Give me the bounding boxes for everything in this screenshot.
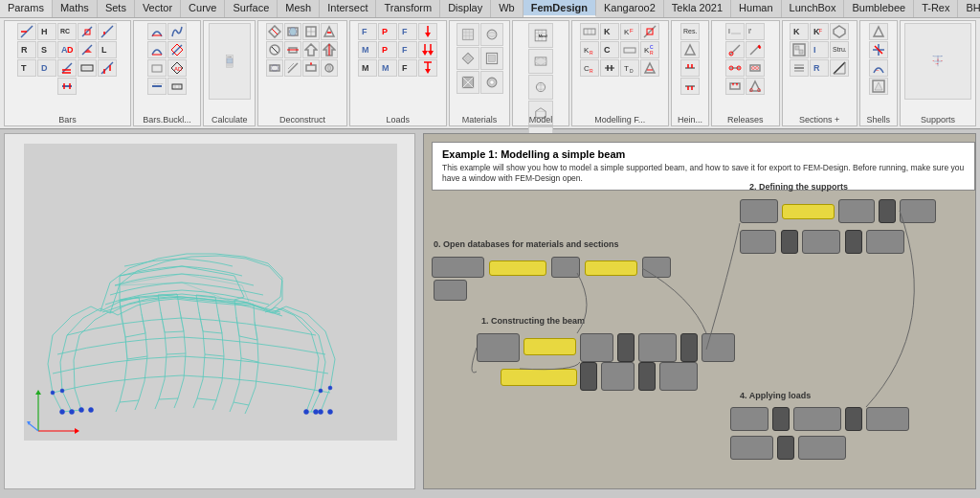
loads-f3[interactable]: F — [398, 41, 417, 58]
bars-icon-2[interactable] — [78, 23, 97, 40]
gh-beam-node-6[interactable] — [659, 362, 698, 391]
tab-sets[interactable]: Sets — [98, 0, 135, 17]
rel-i3[interactable] — [725, 41, 745, 58]
tab-kangaroo[interactable]: Kangaroo2 — [596, 0, 664, 17]
gh-load-node-dark-2[interactable] — [845, 407, 862, 431]
mf-icon-2[interactable] — [640, 23, 659, 40]
loads-down2[interactable] — [418, 41, 437, 58]
model-mesh[interactable]: Mesh — [528, 23, 553, 48]
gh-sup-node-dark-1[interactable] — [879, 199, 896, 223]
buckl-icon-4[interactable] — [167, 41, 187, 58]
loads-m2[interactable]: M — [358, 59, 377, 77]
mf-icon-4[interactable] — [600, 59, 619, 77]
tab-lunchbox[interactable]: LunchBox — [782, 0, 845, 17]
bars-icon-rc[interactable]: RC — [57, 23, 77, 40]
buckl-icon-1[interactable] — [147, 23, 167, 40]
dec-icon-5[interactable] — [266, 41, 283, 58]
gh-load-node-dark-3[interactable] — [777, 436, 794, 460]
shells-icon-4[interactable] — [869, 78, 888, 95]
gh-sup-node-1[interactable] — [740, 199, 778, 223]
mf-c[interactable]: C — [600, 41, 619, 58]
tab-tekla[interactable]: Tekla 2021 — [664, 0, 731, 17]
gh-beam-node-5[interactable] — [601, 362, 635, 391]
supports-diagram[interactable]: H R R R — [904, 23, 971, 100]
bars-icon-6[interactable] — [78, 59, 97, 77]
gh-beam-node-4[interactable] — [702, 333, 735, 362]
gh-load-node-2[interactable] — [793, 407, 841, 431]
gh-load-node-3[interactable] — [866, 407, 909, 431]
model-icon-3[interactable] — [528, 75, 553, 100]
gh-sup-node-2[interactable] — [838, 199, 875, 223]
loads-down1[interactable] — [418, 23, 437, 40]
tab-curve[interactable]: Curve — [181, 0, 225, 17]
dec-icon-1[interactable] — [266, 23, 283, 40]
mf-icon-1[interactable] — [580, 23, 599, 40]
bars-icon-s[interactable]: S — [37, 41, 56, 58]
gh-beam-node-dark-4[interactable] — [638, 362, 656, 391]
mf-icon-5[interactable] — [640, 59, 659, 77]
shells-icon-3[interactable]: ~ — [869, 59, 888, 77]
mf-icon-3[interactable] — [620, 41, 639, 58]
cover-icon[interactable]: Cover — [209, 23, 251, 100]
gh-sup-node-6[interactable] — [866, 230, 904, 254]
sec-icon-4[interactable] — [830, 59, 849, 77]
dec-icon-11[interactable] — [302, 59, 320, 77]
bars-icon-d[interactable]: D — [37, 59, 56, 77]
mat-icon-1[interactable] — [457, 23, 479, 46]
gh-load-node-5[interactable] — [798, 436, 846, 460]
hein-icon-1[interactable] — [680, 41, 700, 58]
mf-k4[interactable]: KRC — [640, 41, 659, 58]
tab-bhom[interactable]: BHoM — [958, 0, 980, 17]
gh-load-node-dark-1[interactable] — [772, 407, 790, 431]
gh-node-4[interactable] — [434, 280, 467, 301]
bars-icon-1[interactable] — [17, 23, 36, 40]
gh-sup-node-4[interactable] — [740, 230, 776, 254]
gh-node-3[interactable] — [642, 257, 671, 278]
buckl-icon-2[interactable] — [167, 23, 187, 40]
dec-icon-2[interactable] — [284, 23, 301, 40]
tab-vector[interactable]: Vector — [135, 0, 181, 17]
buckl-icon-6[interactable]: AD — [167, 59, 187, 77]
gh-beam-node-dark-2[interactable] — [680, 333, 698, 362]
buckl-icon-3[interactable] — [147, 41, 167, 58]
loads-f[interactable]: F — [358, 23, 377, 40]
dec-icon-4[interactable] — [321, 23, 338, 40]
bars-icon-r[interactable]: R — [17, 41, 36, 58]
bars-icon-l[interactable]: L — [98, 41, 117, 58]
mf-icon-k2[interactable]: KF — [620, 23, 639, 40]
tab-bumblebee[interactable]: Bumblebee — [844, 0, 914, 17]
bars-icon-4[interactable] — [78, 41, 97, 58]
loads-m3[interactable]: M — [378, 59, 397, 77]
gh-beam-node-2[interactable] — [580, 333, 613, 362]
dec-icon-10[interactable] — [284, 59, 301, 77]
buckl-icon-5[interactable] — [147, 59, 167, 77]
tab-surface[interactable]: Surface — [225, 0, 278, 17]
loads-down3[interactable] — [418, 59, 437, 77]
mat-icon-3[interactable] — [457, 47, 479, 70]
gh-sup-node-3[interactable] — [900, 199, 936, 223]
mat-icon-6[interactable] — [480, 71, 503, 94]
tab-intersect[interactable]: Intersect — [320, 0, 376, 17]
sec-icon-1[interactable] — [830, 23, 849, 40]
gh-beam-yellow-2[interactable] — [501, 369, 577, 386]
rel-i7[interactable] — [725, 78, 745, 95]
loads-f4[interactable]: F — [398, 59, 417, 77]
gh-beam-yellow-1[interactable] — [523, 338, 576, 355]
gh-node-yellow-2[interactable] — [585, 260, 637, 276]
gh-beam-node-1[interactable] — [477, 333, 520, 362]
mat-icon-5[interactable] — [457, 71, 479, 94]
gh-node-yellow-1[interactable] — [489, 260, 546, 276]
sec-stru[interactable]: Stru... — [830, 41, 849, 58]
tab-transform[interactable]: Transform — [376, 0, 440, 17]
mat-icon-4[interactable] — [480, 47, 503, 70]
sec-k2[interactable]: KF — [810, 23, 829, 40]
bars-icon-5[interactable] — [57, 59, 77, 77]
gh-sup-yellow-1[interactable] — [782, 204, 835, 219]
rel-i8[interactable] — [746, 78, 765, 95]
loads-p[interactable]: P — [378, 23, 397, 40]
tab-human[interactable]: Human — [731, 0, 781, 17]
rel-i2[interactable]: I' — [746, 23, 765, 40]
dec-icon-9[interactable] — [266, 59, 283, 77]
bars-icon-t[interactable]: T — [17, 59, 36, 77]
shells-icon-2[interactable] — [869, 41, 888, 58]
